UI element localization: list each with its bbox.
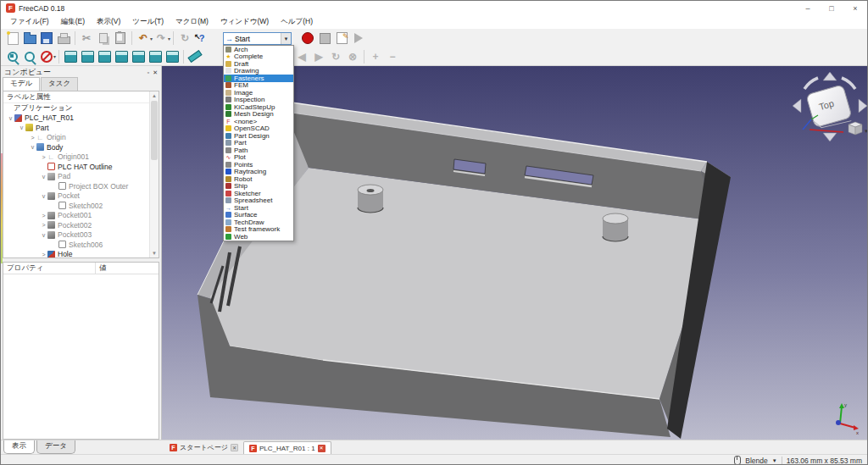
collapse-icon[interactable]: v — [40, 174, 47, 180]
view-bottom-icon[interactable] — [147, 49, 164, 64]
minimize-button[interactable]: – — [796, 1, 820, 15]
workbench-item-arch[interactable]: Arch — [224, 46, 293, 53]
scroll-down-icon[interactable]: ▼ — [150, 249, 159, 257]
open-file-icon[interactable] — [21, 30, 38, 46]
nav-back-icon[interactable]: ◀ — [293, 49, 310, 64]
macro-record-icon[interactable] — [299, 30, 316, 46]
nav-stop-icon[interactable]: ⊗ — [344, 49, 361, 64]
macro-stop-icon[interactable] — [316, 30, 333, 46]
document-tab-0[interactable]: Fスタートページ✕ — [164, 441, 243, 454]
whats-this-icon[interactable]: ? — [193, 30, 210, 46]
nav-style-selector[interactable]: Blende — [745, 457, 767, 465]
workbench-item-plot[interactable]: ∿Plot — [224, 154, 293, 162]
paste-icon[interactable] — [112, 30, 129, 46]
fit-all-icon[interactable] — [4, 49, 21, 64]
chevron-down-icon[interactable]: ▼ — [281, 33, 291, 44]
expand-icon[interactable]: > — [40, 154, 47, 160]
tree-item-body[interactable]: vBody — [3, 142, 149, 152]
cut-icon[interactable]: ✂ — [78, 30, 95, 46]
panel-tab-1[interactable]: データ — [36, 440, 75, 454]
zoom-out-icon[interactable]: − — [384, 49, 401, 64]
workbench-item-techdraw[interactable]: TechDraw — [224, 219, 293, 226]
tree-item-pad[interactable]: vPad — [3, 172, 149, 182]
new-file-icon[interactable] — [4, 30, 21, 46]
panel-tab-0[interactable]: 表示 — [3, 440, 35, 454]
document-tab-1[interactable]: FPLC_HAT_R01 : 1✕ — [243, 441, 331, 454]
expand-icon[interactable]: > — [29, 135, 36, 141]
tab-model[interactable]: モデル — [3, 77, 40, 91]
workbench-item--none-[interactable]: F<none> — [224, 118, 293, 125]
workbench-item-spreadsheet[interactable]: Spreadsheet — [224, 197, 293, 205]
measure-distance-icon[interactable] — [186, 49, 203, 64]
float-panel-icon[interactable]: ▫ — [147, 69, 149, 76]
expand-icon[interactable]: > — [40, 222, 47, 228]
menu-item-1[interactable]: 編集(E) — [55, 15, 91, 29]
collapse-icon[interactable]: v — [7, 115, 14, 121]
undo-icon[interactable]: ↶ — [135, 30, 152, 46]
close-button[interactable]: × — [843, 1, 867, 15]
tree-item-origin001[interactable]: >∟Origin001 — [3, 152, 149, 163]
workbench-item-surface[interactable]: Surface — [224, 212, 293, 219]
save-file-icon[interactable] — [38, 30, 55, 46]
maximize-button[interactable]: □ — [820, 1, 843, 15]
close-tab-icon[interactable]: ✕ — [231, 444, 238, 451]
tree-item-plc-hat-r01[interactable]: vPLC_HAT_R01 — [3, 113, 149, 124]
workbench-item-sketcher[interactable]: Sketcher — [224, 190, 293, 197]
collapse-icon[interactable]: v — [40, 232, 47, 238]
collapse-icon[interactable]: v — [18, 125, 25, 130]
tree-item-hole[interactable]: >Hole — [3, 250, 149, 259]
nav-forward-icon[interactable]: ▶ — [310, 49, 327, 64]
tree-item-pocket[interactable]: vPocket — [3, 191, 149, 202]
menu-item-0[interactable]: ファイル(F) — [4, 15, 55, 29]
nav-refresh-icon[interactable]: ↻ — [327, 49, 344, 64]
workbench-item-draft[interactable]: Draft — [224, 60, 293, 68]
tree-item-pocket003[interactable]: vPocket003 — [3, 230, 149, 241]
tree-item-origin[interactable]: >∟Origin — [3, 133, 149, 143]
tree-item-part[interactable]: vPart — [3, 123, 149, 133]
menu-item-3[interactable]: ツール(T) — [126, 15, 170, 29]
view-right-icon[interactable] — [113, 49, 130, 64]
tree-item-sketch002[interactable]: Sketch002 — [3, 201, 149, 211]
workbench-selector[interactable]: → Start ▼ — [223, 32, 292, 45]
collapse-icon[interactable]: v — [29, 144, 36, 150]
workbench-item-inspection[interactable]: Inspection — [224, 97, 293, 104]
workbench-item-raytracing[interactable]: Raytracing — [224, 169, 293, 176]
view-rear-icon[interactable] — [130, 49, 147, 64]
workbench-item-mesh-design[interactable]: Mesh Design — [224, 111, 293, 119]
macro-edit-icon[interactable] — [333, 30, 350, 46]
draw-style-icon[interactable] — [38, 49, 55, 64]
tree-item-plc-hat-outline[interactable]: PLC HAT Outline — [3, 162, 149, 172]
menu-item-6[interactable]: ヘルプ(H) — [275, 15, 319, 29]
workbench-item-part[interactable]: Part — [224, 140, 293, 147]
menu-item-4[interactable]: マクロ(M) — [170, 15, 214, 29]
workbench-item-test-framework[interactable]: Test framework — [224, 226, 293, 234]
close-tab-icon[interactable]: ✕ — [318, 445, 326, 452]
workbench-item-fasteners[interactable]: Fasteners — [224, 75, 293, 82]
close-panel-icon[interactable]: ✕ — [153, 69, 158, 76]
workbench-item-web[interactable]: Web — [224, 233, 293, 241]
workbench-item-robot[interactable]: Robot — [224, 175, 293, 183]
workbench-item-image[interactable]: Image — [224, 89, 293, 97]
view-front-icon[interactable] — [79, 49, 96, 64]
tree-item-project-box-outer[interactable]: Project BOX Outer — [3, 181, 149, 191]
workbench-item-ship[interactable]: Ship — [224, 183, 293, 191]
workbench-item-openscad[interactable]: OpenSCAD — [224, 125, 293, 133]
workbench-item-drawing[interactable]: Drawing — [224, 68, 293, 75]
tree-item-sketch006[interactable]: Sketch006 — [3, 240, 149, 250]
workbench-item-points[interactable]: Points — [224, 161, 293, 169]
scroll-up-icon[interactable]: ▲ — [150, 91, 159, 100]
refresh-icon[interactable]: ↻ — [176, 30, 193, 46]
workbench-item-fem[interactable]: FEM — [224, 82, 293, 90]
navigation-cube[interactable]: Top ▼ — [791, 70, 868, 143]
macro-play-icon[interactable] — [350, 30, 367, 46]
expand-icon[interactable]: > — [40, 252, 47, 257]
view-top-icon[interactable] — [96, 49, 113, 64]
scrollbar-thumb[interactable] — [151, 101, 158, 160]
menu-item-5[interactable]: ウィンドウ(W) — [214, 15, 275, 29]
tree-scrollbar[interactable]: ▲ ▼ — [149, 91, 159, 257]
copy-icon[interactable] — [95, 30, 112, 46]
workbench-item-kicadstepup[interactable]: KiCadStepUp — [224, 103, 293, 111]
tree-item-pocket001[interactable]: >Pocket001 — [3, 211, 149, 221]
tab-tasks[interactable]: タスク — [41, 77, 78, 91]
print-icon[interactable] — [55, 30, 72, 46]
